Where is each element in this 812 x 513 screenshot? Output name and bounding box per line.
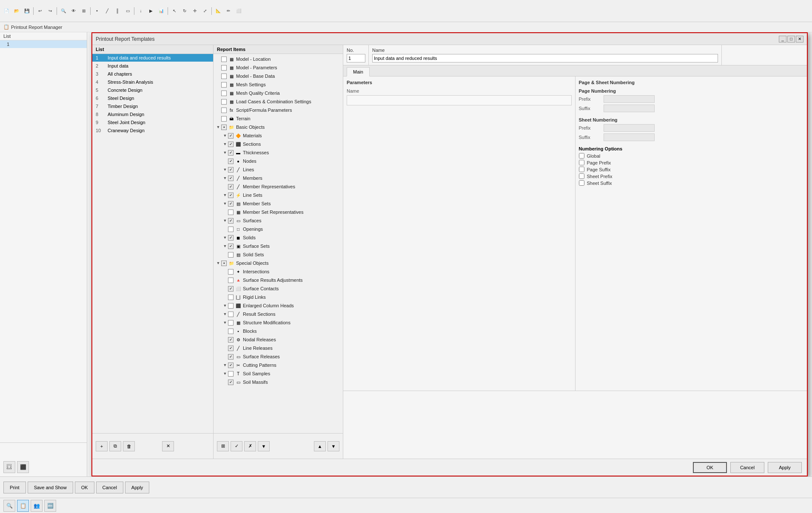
tree-checkbox[interactable]: ✓: [228, 286, 234, 292]
tree-item[interactable]: ▼✓▭Surfaces: [214, 216, 343, 225]
tree-expand-icon[interactable]: ▼: [222, 167, 228, 173]
tree-item[interactable]: ▼✓◼Solids: [214, 233, 343, 242]
tree-checkbox[interactable]: [221, 116, 227, 122]
opt-page-prefix-checkbox[interactable]: [579, 160, 584, 165]
list-item[interactable]: 7Timber Design: [92, 102, 213, 111]
tree-checkbox[interactable]: [228, 371, 234, 377]
status-cancel-btn[interactable]: Cancel: [96, 482, 123, 493]
tree-item[interactable]: ✓⬜Surface Contacts: [214, 284, 343, 293]
tree-item[interactable]: ▼✓🔶Materials: [214, 131, 343, 140]
tree-item[interactable]: ▼▪📁Basic Objects: [214, 123, 343, 131]
tree-item[interactable]: ▼✓⚡Line Sets: [214, 191, 343, 199]
toolbar-btn-zoom[interactable]: 🔍: [59, 6, 68, 16]
tree-item[interactable]: ▤Solid Sets: [214, 250, 343, 259]
tree-checkbox[interactable]: [228, 269, 234, 275]
toolbar-btn-scale[interactable]: ⤢: [200, 6, 210, 16]
tree-checkbox[interactable]: ▪: [221, 261, 227, 266]
opt-sheet-suffix-checkbox[interactable]: [579, 180, 584, 186]
opt-global-checkbox[interactable]: [579, 153, 584, 159]
toolbar-btn-line[interactable]: ╱: [103, 6, 112, 16]
toolbar-btn-redo[interactable]: ↪: [46, 6, 55, 16]
toolbar-btn-calc[interactable]: ▶: [146, 6, 156, 16]
dialog-cancel-btn[interactable]: Cancel: [730, 462, 764, 473]
tree-checkbox[interactable]: ✓: [228, 150, 234, 156]
tree-uncheck-btn[interactable]: ✗: [244, 441, 256, 451]
list-item[interactable]: 6Steel Design: [92, 94, 213, 102]
app-bar-translate-icon[interactable]: 🔤: [44, 500, 56, 512]
toolbar-btn-member[interactable]: ║: [113, 6, 122, 16]
status-save-show-btn[interactable]: Save and Show: [28, 482, 73, 493]
app-bar-users-icon[interactable]: 👥: [31, 500, 43, 512]
tree-checkbox[interactable]: ✓: [228, 142, 234, 147]
tree-item[interactable]: ▦Model - Location: [214, 55, 343, 63]
list-item[interactable]: 9Steel Joint Design: [92, 119, 213, 127]
tree-item[interactable]: ✓▭Surface Releases: [214, 352, 343, 361]
toolbar-btn-grid[interactable]: ⊞: [79, 6, 88, 16]
tree-down-btn[interactable]: ▼: [328, 441, 339, 451]
tree-checkbox[interactable]: ✓: [228, 354, 234, 360]
left-list-item-1[interactable]: 1: [0, 40, 87, 48]
dialog-close-btn[interactable]: ✕: [796, 36, 803, 43]
tree-item[interactable]: ▦Member Set Representatives: [214, 208, 343, 216]
toolbar-btn-surface[interactable]: ▭: [123, 6, 132, 16]
dialog-minimize-btn[interactable]: _: [779, 36, 786, 43]
tree-expand-icon[interactable]: ▼: [222, 371, 228, 377]
toolbar-btn-open[interactable]: 📂: [12, 6, 21, 16]
tree-expand-icon[interactable]: ▼: [215, 260, 221, 266]
delete-template-btn[interactable]: 🗑: [123, 441, 135, 451]
tree-checkbox[interactable]: [221, 99, 227, 105]
report-items-tree[interactable]: ▦Model - Location▦Model - Parameters▦Mod…: [214, 54, 343, 433]
tree-checkbox[interactable]: ✓: [228, 244, 234, 249]
tree-item[interactable]: ▦Mesh Settings: [214, 80, 343, 89]
close-list-btn[interactable]: ✕: [162, 441, 174, 451]
toolbar-btn-node[interactable]: •: [92, 6, 102, 16]
tree-expand-icon[interactable]: ▼: [222, 175, 228, 181]
tree-item[interactable]: ▼✓▤Member Sets: [214, 199, 343, 208]
status-print-btn[interactable]: Print: [3, 482, 26, 493]
tree-item[interactable]: ▼✓⬛Sections: [214, 140, 343, 148]
toolbar-btn-new[interactable]: 📄: [2, 6, 11, 16]
status-apply-btn[interactable]: Apply: [125, 482, 150, 493]
tree-checkbox[interactable]: ✓: [228, 380, 234, 385]
page-prefix-input[interactable]: [604, 95, 655, 103]
tree-item[interactable]: ▼▦Structure Modifications: [214, 318, 343, 327]
list-item[interactable]: 5Concrete Design: [92, 86, 213, 94]
tree-item[interactable]: ✓▭Soil Massifs: [214, 378, 343, 386]
tree-expand-icon[interactable]: ▼: [222, 192, 228, 198]
tree-expand-icon[interactable]: ▼: [222, 235, 228, 241]
list-item[interactable]: 2Input data: [92, 62, 213, 70]
toolbar-btn-rotate[interactable]: ↻: [180, 6, 189, 16]
toolbar-btn-select[interactable]: ↖: [170, 6, 179, 16]
tree-checkbox[interactable]: ✓: [228, 337, 234, 343]
status-ok-btn[interactable]: OK: [75, 482, 94, 493]
toolbar-btn-annotate[interactable]: ✏: [224, 6, 233, 16]
tree-checkbox[interactable]: [228, 312, 234, 317]
toolbar-btn-view[interactable]: 👁: [69, 6, 78, 16]
tree-item[interactable]: □Openings: [214, 225, 343, 233]
tree-item[interactable]: ✓╱Member Representatives: [214, 182, 343, 191]
tree-checkbox[interactable]: [228, 210, 234, 215]
tree-checkbox[interactable]: ✓: [228, 133, 234, 139]
tree-item[interactable]: ▦Model - Parameters: [214, 63, 343, 72]
dialog-ok-btn[interactable]: OK: [693, 462, 727, 473]
app-bar-report-icon[interactable]: 📋: [17, 500, 29, 512]
copy-icon-btn[interactable]: ⿴: [3, 461, 15, 473]
tree-checkbox[interactable]: [228, 252, 234, 258]
tree-checkbox[interactable]: ✓: [228, 346, 234, 351]
tree-item[interactable]: 🏔Terrain: [214, 114, 343, 123]
tab-main[interactable]: Main: [347, 67, 370, 77]
tree-item[interactable]: ▼╱Result Sections: [214, 310, 343, 318]
toolbar-btn-section[interactable]: ⬜: [234, 6, 243, 16]
no-input[interactable]: [347, 54, 365, 62]
tree-item[interactable]: |_|Rigid Links: [214, 293, 343, 301]
sheet-suffix-input[interactable]: [604, 133, 655, 141]
tree-expand-icon[interactable]: ▼: [222, 311, 228, 317]
tree-item[interactable]: ▼▪📁Special Objects: [214, 259, 343, 267]
tree-item[interactable]: ▼✓╱Members: [214, 174, 343, 182]
tree-expand-icon[interactable]: ▼: [215, 124, 221, 130]
params-name-input[interactable]: [347, 95, 572, 105]
tree-checkbox[interactable]: [221, 91, 227, 96]
tree-checkbox[interactable]: ✓: [228, 218, 234, 224]
tree-checkbox[interactable]: ✓: [228, 176, 234, 181]
tree-expand-icon[interactable]: ▼: [222, 303, 228, 309]
